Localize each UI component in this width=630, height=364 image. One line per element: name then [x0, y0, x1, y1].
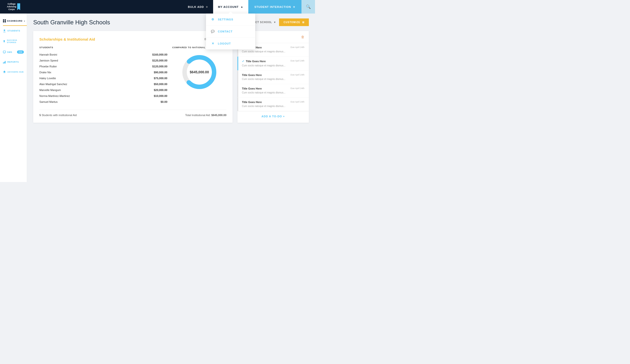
todo-date: Due April 24th — [290, 59, 304, 62]
student-name: Drake Nix — [40, 71, 51, 74]
todo-desc: Cum sociis natoque et magnis dismus... — [242, 104, 304, 108]
svg-point-4 — [4, 29, 5, 31]
cards-area: Scholarships & Institutional Aid DROP DO… — [33, 31, 309, 123]
donut-center-value: $645,000.00 — [190, 70, 209, 74]
add-todo-label: ADD A TO-DO — [262, 115, 282, 118]
my-account-caret-icon: ▲ — [241, 5, 244, 8]
students-suffix: Students with institutional Aid — [42, 114, 76, 117]
table-row: Alan Madrigal Sanchez$50,000.00 — [40, 81, 167, 87]
sidebar-item-advisers-hub[interactable]: ADVISERS HUB — [0, 67, 27, 77]
student-amount: $10,000.00 — [154, 94, 167, 97]
my-account-wrapper: MY ACCOUNT ▲ ⚙ SETTINGS 💬 CONTACT ✕ LOGO… — [213, 0, 248, 13]
student-name: Phoebe Rutter — [40, 65, 57, 68]
bulk-add-nav[interactable]: BULK ADD + — [183, 0, 213, 13]
sidebar-item-dashboard[interactable]: DASHBOARD › — [0, 16, 27, 26]
todo-left-bar — [238, 56, 238, 70]
table-row: Jamison Speed$120,000.00 — [40, 57, 167, 63]
dashboard-label: DASHBOARD — [7, 20, 22, 22]
add-todo-button[interactable]: ADD A TO-DO + — [238, 111, 309, 121]
reports-label: REPORTS — [8, 61, 19, 63]
todo-date: Due April 24th — [290, 73, 304, 76]
settings-menu-item[interactable]: ⚙ SETTINGS — [206, 13, 255, 25]
contact-icon: 💬 — [211, 29, 215, 33]
todo-item-title-text: Title Goes Here — [242, 101, 262, 103]
todo-item-header: Title Goes Here Due April 24th — [242, 73, 304, 76]
logout-menu-item[interactable]: ✕ LOGOUT — [206, 38, 255, 49]
svg-rect-9 — [4, 62, 5, 63]
todo-item-title: Title Goes Here — [242, 101, 262, 103]
sidebar-item-reports[interactable]: REPORTS — [0, 57, 27, 67]
todo-item[interactable]: Title Goes Here Due April 24th Cum socii… — [238, 71, 309, 84]
sidebar: DASHBOARD › STUDENTS SUCCESS STORIES SMS… — [0, 13, 27, 182]
page-title: South Granville High Schools — [33, 19, 110, 26]
student-amount: $90,000.00 — [154, 71, 167, 74]
students-icon — [3, 29, 6, 32]
todo-item-title: ✓ Title Goes Here — [242, 59, 266, 63]
logo-area[interactable]: CollegeAdvisingCorps — [0, 0, 27, 13]
customize-button[interactable]: CUSTOMIZE ⊞ — [279, 18, 309, 26]
total-aid-amount: $645,000.00 — [212, 114, 226, 117]
students-table: STUDENTS Hannah Bonini$160,000.00Jamison… — [40, 46, 167, 105]
contact-menu-item[interactable]: 💬 CONTACT — [206, 25, 255, 38]
student-name: Jamison Speed — [40, 59, 58, 62]
sidebar-item-sms[interactable]: SMS 398 — [0, 47, 27, 57]
todo-item-title: Title Goes Here — [242, 87, 262, 90]
students-count: 5 — [40, 114, 41, 117]
table-row: Norma Martinez-Martinez$10,000.00 — [40, 93, 167, 99]
svg-rect-5 — [4, 42, 4, 42]
table-row: Drake Nix$90,000.00 — [40, 69, 167, 75]
todo-item-title-text: Title Goes Here — [242, 87, 262, 90]
total-aid-text: Total Institutional Aid: $645,000.00 — [185, 114, 226, 117]
page-header: South Granville High Schools SELECT SCHO… — [33, 18, 309, 26]
sms-label: SMS — [7, 51, 12, 53]
student-amount: $0.00 — [160, 100, 167, 103]
todo-item[interactable]: Title Goes Here Due April 24th Cum socii… — [238, 84, 309, 98]
todo-date: Due April 24th — [290, 46, 304, 48]
students-label: STUDENTS — [8, 29, 20, 32]
todo-desc: Cum sociis natoque et magnis dismus... — [242, 91, 304, 94]
logo-text: CollegeAdvisingCorps — [7, 3, 16, 10]
advisers-hub-label: ADVISERS HUB — [8, 71, 24, 73]
todo-desc: Cum sociis natoque et magnis dismus... — [242, 77, 304, 81]
add-todo-plus-icon: + — [283, 115, 285, 118]
students-table-body: Hannah Bonini$160,000.00Jamison Speed$12… — [40, 52, 167, 105]
table-row: Hannah Bonini$160,000.00 — [40, 52, 167, 57]
main-content: South Granville High Schools SELECT SCHO… — [27, 13, 315, 182]
todo-item-header: ✓ Title Goes Here Due April 24th — [242, 59, 304, 63]
sidebar-item-success-stories[interactable]: SUCCESS STORIES — [0, 36, 27, 47]
student-interaction-nav[interactable]: STUDENT INTERACTION + — [248, 0, 302, 13]
todo-item[interactable]: Title Goes Here Due April 24th Cum socii… — [238, 98, 309, 111]
student-name: Haley Lovette — [40, 77, 56, 80]
todo-item[interactable]: ✓ Title Goes Here Due April 24th Cum soc… — [238, 56, 309, 71]
customize-grid-icon: ⊞ — [302, 21, 304, 24]
scholarships-card-footer: 5 Students with institutional Aid Total … — [40, 110, 226, 117]
logout-label: LOGOUT — [218, 42, 231, 45]
student-name: Samuel Martus — [40, 100, 58, 103]
sidebar-item-students[interactable]: STUDENTS — [0, 26, 27, 36]
student-name: Norma Martinez-Martinez — [40, 94, 70, 97]
sms-badge: 398 — [17, 50, 24, 54]
todo-item-title-text: Title Goes Here — [246, 60, 266, 63]
delete-icon[interactable]: 🗑 — [301, 35, 304, 39]
table-row: Haley Lovette$75,000.00 — [40, 75, 167, 81]
select-school-chevron-icon: ▼ — [274, 21, 276, 24]
student-name: Marvelle Mangum — [40, 88, 61, 91]
svg-rect-3 — [5, 21, 6, 22]
total-aid-label: Total Institutional Aid: — [185, 114, 210, 117]
todo-list: Title Goes Here Due April 24th Cum socii… — [238, 43, 309, 111]
search-button[interactable]: 🔍 — [302, 0, 315, 13]
my-account-dropdown: ⚙ SETTINGS 💬 CONTACT ✕ LOGOUT — [206, 13, 255, 49]
todo-desc: Cum sociis natoque et magnis dismus... — [242, 64, 304, 67]
dashboard-chevron-icon: › — [24, 20, 25, 22]
todo-left-bar — [238, 84, 238, 97]
todo-left-bar — [238, 71, 238, 84]
student-interaction-plus-icon: + — [293, 5, 295, 9]
svg-rect-10 — [5, 61, 6, 63]
table-row: Phoebe Rutter$120,000.00 — [40, 63, 167, 69]
student-amount: $50,000.00 — [154, 83, 167, 86]
students-with-aid-text: 5 Students with institutional Aid — [40, 114, 77, 117]
svg-rect-0 — [3, 19, 4, 21]
success-stories-label: SUCCESS STORIES — [7, 39, 24, 43]
student-amount: $160,000.00 — [152, 53, 167, 56]
logout-icon: ✕ — [211, 41, 215, 45]
